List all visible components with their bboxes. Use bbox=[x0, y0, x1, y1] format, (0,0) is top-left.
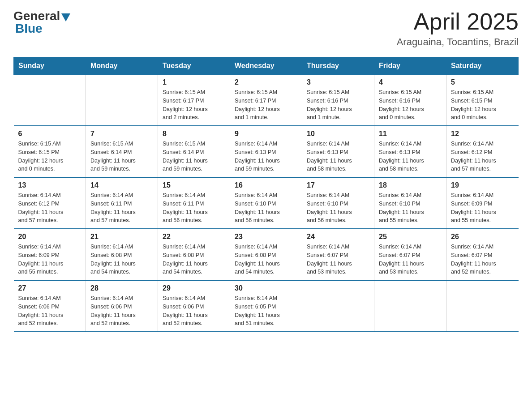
calendar-cell: 13Sunrise: 6:14 AM Sunset: 6:12 PM Dayli… bbox=[14, 177, 86, 229]
day-info: Sunrise: 6:15 AM Sunset: 6:14 PM Dayligh… bbox=[163, 140, 225, 173]
day-info: Sunrise: 6:14 AM Sunset: 6:06 PM Dayligh… bbox=[163, 294, 225, 328]
day-number: 27 bbox=[18, 284, 82, 292]
calendar-cell: 27Sunrise: 6:14 AM Sunset: 6:06 PM Dayli… bbox=[14, 280, 86, 332]
calendar-cell: 14Sunrise: 6:14 AM Sunset: 6:11 PM Dayli… bbox=[86, 177, 158, 229]
day-number: 20 bbox=[18, 233, 82, 241]
calendar-cell: 22Sunrise: 6:14 AM Sunset: 6:08 PM Dayli… bbox=[158, 229, 230, 280]
day-number: 8 bbox=[163, 130, 225, 138]
day-number: 21 bbox=[90, 233, 153, 241]
calendar-cell: 18Sunrise: 6:14 AM Sunset: 6:10 PM Dayli… bbox=[374, 177, 446, 229]
calendar-cell: 8Sunrise: 6:15 AM Sunset: 6:14 PM Daylig… bbox=[158, 126, 230, 177]
day-info: Sunrise: 6:14 AM Sunset: 6:07 PM Dayligh… bbox=[451, 243, 514, 276]
day-info: Sunrise: 6:15 AM Sunset: 6:17 PM Dayligh… bbox=[163, 88, 225, 122]
calendar-cell: 12Sunrise: 6:14 AM Sunset: 6:12 PM Dayli… bbox=[446, 126, 519, 177]
day-info: Sunrise: 6:14 AM Sunset: 6:10 PM Dayligh… bbox=[235, 191, 297, 225]
calendar-cell: 23Sunrise: 6:14 AM Sunset: 6:08 PM Dayli… bbox=[230, 229, 302, 280]
calendar-cell: 11Sunrise: 6:14 AM Sunset: 6:13 PM Dayli… bbox=[374, 126, 446, 177]
day-info: Sunrise: 6:15 AM Sunset: 6:16 PM Dayligh… bbox=[379, 88, 442, 122]
calendar-cell: 16Sunrise: 6:14 AM Sunset: 6:10 PM Dayli… bbox=[230, 177, 302, 229]
column-header-wednesday: Wednesday bbox=[230, 57, 302, 75]
day-info: Sunrise: 6:14 AM Sunset: 6:06 PM Dayligh… bbox=[90, 294, 153, 328]
column-header-sunday: Sunday bbox=[14, 57, 86, 75]
month-year-title: April 2025 bbox=[397, 9, 519, 34]
calendar-cell: 7Sunrise: 6:15 AM Sunset: 6:14 PM Daylig… bbox=[86, 126, 158, 177]
day-info: Sunrise: 6:15 AM Sunset: 6:15 PM Dayligh… bbox=[18, 140, 82, 173]
column-header-tuesday: Tuesday bbox=[158, 57, 230, 75]
logo: General Blue bbox=[13, 9, 70, 36]
calendar-cell bbox=[446, 280, 519, 332]
calendar-week-row: 13Sunrise: 6:14 AM Sunset: 6:12 PM Dayli… bbox=[14, 177, 519, 229]
column-header-saturday: Saturday bbox=[446, 57, 519, 75]
day-number: 10 bbox=[307, 130, 369, 138]
day-number: 29 bbox=[163, 284, 225, 292]
day-info: Sunrise: 6:14 AM Sunset: 6:09 PM Dayligh… bbox=[18, 243, 82, 276]
calendar-cell: 9Sunrise: 6:14 AM Sunset: 6:13 PM Daylig… bbox=[230, 126, 302, 177]
calendar-cell: 30Sunrise: 6:14 AM Sunset: 6:05 PM Dayli… bbox=[230, 280, 302, 332]
day-number: 15 bbox=[163, 181, 225, 189]
logo-arrow-icon bbox=[61, 13, 70, 21]
calendar-cell: 25Sunrise: 6:14 AM Sunset: 6:07 PM Dayli… bbox=[374, 229, 446, 280]
day-info: Sunrise: 6:14 AM Sunset: 6:07 PM Dayligh… bbox=[307, 243, 369, 276]
calendar-cell bbox=[86, 75, 158, 126]
day-number: 6 bbox=[18, 130, 82, 138]
calendar-cell: 10Sunrise: 6:14 AM Sunset: 6:13 PM Dayli… bbox=[302, 126, 374, 177]
day-number: 11 bbox=[379, 130, 442, 138]
day-info: Sunrise: 6:14 AM Sunset: 6:10 PM Dayligh… bbox=[379, 191, 442, 225]
column-header-monday: Monday bbox=[86, 57, 158, 75]
calendar-cell: 29Sunrise: 6:14 AM Sunset: 6:06 PM Dayli… bbox=[158, 280, 230, 332]
day-number: 3 bbox=[307, 78, 369, 86]
calendar-cell bbox=[14, 75, 86, 126]
day-info: Sunrise: 6:14 AM Sunset: 6:08 PM Dayligh… bbox=[90, 243, 153, 276]
calendar-week-row: 27Sunrise: 6:14 AM Sunset: 6:06 PM Dayli… bbox=[14, 280, 519, 332]
day-number: 13 bbox=[18, 181, 82, 189]
calendar-cell: 4Sunrise: 6:15 AM Sunset: 6:16 PM Daylig… bbox=[374, 75, 446, 126]
day-number: 16 bbox=[235, 181, 297, 189]
calendar-cell: 26Sunrise: 6:14 AM Sunset: 6:07 PM Dayli… bbox=[446, 229, 519, 280]
calendar-table: SundayMondayTuesdayWednesdayThursdayFrid… bbox=[13, 57, 519, 332]
calendar-cell bbox=[302, 280, 374, 332]
calendar-cell: 6Sunrise: 6:15 AM Sunset: 6:15 PM Daylig… bbox=[14, 126, 86, 177]
day-number: 24 bbox=[307, 233, 369, 241]
day-info: Sunrise: 6:15 AM Sunset: 6:17 PM Dayligh… bbox=[235, 88, 297, 122]
day-info: Sunrise: 6:15 AM Sunset: 6:16 PM Dayligh… bbox=[307, 88, 369, 122]
day-info: Sunrise: 6:14 AM Sunset: 6:08 PM Dayligh… bbox=[235, 243, 297, 276]
calendar-cell: 21Sunrise: 6:14 AM Sunset: 6:08 PM Dayli… bbox=[86, 229, 158, 280]
calendar-cell: 15Sunrise: 6:14 AM Sunset: 6:11 PM Dayli… bbox=[158, 177, 230, 229]
day-number: 25 bbox=[379, 233, 442, 241]
day-number: 9 bbox=[235, 130, 297, 138]
day-info: Sunrise: 6:14 AM Sunset: 6:12 PM Dayligh… bbox=[451, 140, 514, 173]
calendar-cell: 19Sunrise: 6:14 AM Sunset: 6:09 PM Dayli… bbox=[446, 177, 519, 229]
day-info: Sunrise: 6:14 AM Sunset: 6:12 PM Dayligh… bbox=[18, 191, 82, 225]
day-info: Sunrise: 6:14 AM Sunset: 6:13 PM Dayligh… bbox=[235, 140, 297, 173]
column-header-thursday: Thursday bbox=[302, 57, 374, 75]
calendar-cell: 28Sunrise: 6:14 AM Sunset: 6:06 PM Dayli… bbox=[86, 280, 158, 332]
day-number: 5 bbox=[451, 78, 514, 86]
calendar-header-row: SundayMondayTuesdayWednesdayThursdayFrid… bbox=[14, 57, 519, 75]
calendar-cell: 24Sunrise: 6:14 AM Sunset: 6:07 PM Dayli… bbox=[302, 229, 374, 280]
day-number: 26 bbox=[451, 233, 514, 241]
day-number: 19 bbox=[451, 181, 514, 189]
day-info: Sunrise: 6:14 AM Sunset: 6:05 PM Dayligh… bbox=[235, 294, 297, 328]
day-info: Sunrise: 6:14 AM Sunset: 6:11 PM Dayligh… bbox=[163, 191, 225, 225]
calendar-cell: 1Sunrise: 6:15 AM Sunset: 6:17 PM Daylig… bbox=[158, 75, 230, 126]
calendar-cell: 17Sunrise: 6:14 AM Sunset: 6:10 PM Dayli… bbox=[302, 177, 374, 229]
calendar-week-row: 1Sunrise: 6:15 AM Sunset: 6:17 PM Daylig… bbox=[14, 75, 519, 126]
logo-blue-text: Blue bbox=[15, 21, 43, 36]
day-number: 23 bbox=[235, 233, 297, 241]
calendar-week-row: 20Sunrise: 6:14 AM Sunset: 6:09 PM Dayli… bbox=[14, 229, 519, 280]
day-info: Sunrise: 6:14 AM Sunset: 6:13 PM Dayligh… bbox=[379, 140, 442, 173]
column-header-friday: Friday bbox=[374, 57, 446, 75]
calendar-cell: 5Sunrise: 6:15 AM Sunset: 6:15 PM Daylig… bbox=[446, 75, 519, 126]
day-info: Sunrise: 6:14 AM Sunset: 6:10 PM Dayligh… bbox=[307, 191, 369, 225]
location-subtitle: Araguaina, Tocantins, Brazil bbox=[397, 36, 519, 48]
day-number: 7 bbox=[90, 130, 153, 138]
day-info: Sunrise: 6:14 AM Sunset: 6:08 PM Dayligh… bbox=[163, 243, 225, 276]
day-number: 4 bbox=[379, 78, 442, 86]
calendar-cell: 20Sunrise: 6:14 AM Sunset: 6:09 PM Dayli… bbox=[14, 229, 86, 280]
day-info: Sunrise: 6:15 AM Sunset: 6:14 PM Dayligh… bbox=[90, 140, 153, 173]
day-number: 22 bbox=[163, 233, 225, 241]
day-number: 28 bbox=[90, 284, 153, 292]
day-number: 12 bbox=[451, 130, 514, 138]
day-number: 18 bbox=[379, 181, 442, 189]
title-section: April 2025 Araguaina, Tocantins, Brazil bbox=[397, 9, 519, 48]
